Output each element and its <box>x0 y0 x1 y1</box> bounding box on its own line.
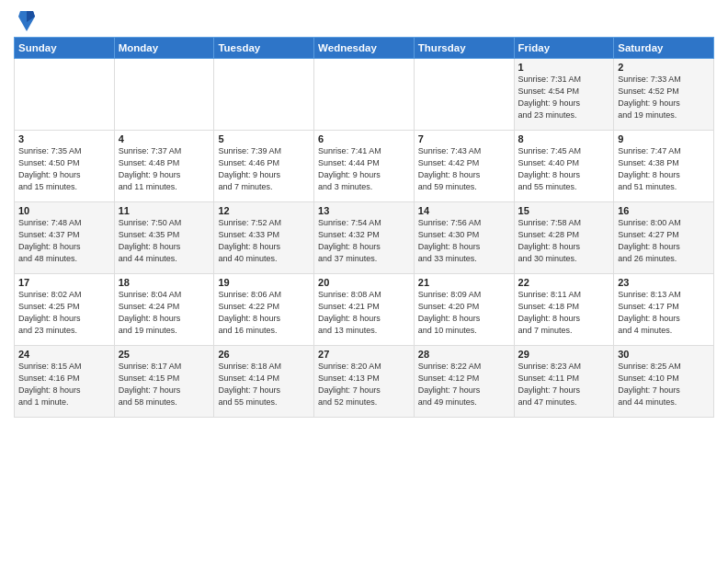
calendar-week-row: 1Sunrise: 7:31 AM Sunset: 4:54 PM Daylig… <box>15 59 714 131</box>
calendar-day-cell: 25Sunrise: 8:17 AM Sunset: 4:15 PM Dayli… <box>114 346 214 418</box>
day-info: Sunrise: 8:09 AM Sunset: 4:20 PM Dayligh… <box>418 289 510 337</box>
day-number: 3 <box>18 133 110 144</box>
day-info: Sunrise: 8:00 AM Sunset: 4:27 PM Dayligh… <box>618 217 710 265</box>
day-number: 15 <box>518 205 610 216</box>
weekday-header: Thursday <box>414 38 514 59</box>
calendar-day-cell: 12Sunrise: 7:52 AM Sunset: 4:33 PM Dayli… <box>214 202 314 274</box>
day-number: 24 <box>18 349 110 360</box>
day-number: 16 <box>618 205 710 216</box>
day-number: 20 <box>318 277 410 288</box>
calendar-week-row: 3Sunrise: 7:35 AM Sunset: 4:50 PM Daylig… <box>15 131 714 202</box>
day-number: 1 <box>518 62 610 73</box>
calendar-week-row: 17Sunrise: 8:02 AM Sunset: 4:25 PM Dayli… <box>15 274 714 346</box>
day-number: 13 <box>318 205 410 216</box>
calendar-day-cell: 7Sunrise: 7:43 AM Sunset: 4:42 PM Daylig… <box>414 131 514 202</box>
day-info: Sunrise: 7:47 AM Sunset: 4:38 PM Dayligh… <box>618 145 710 193</box>
day-number: 21 <box>418 277 510 288</box>
calendar-day-cell: 22Sunrise: 8:11 AM Sunset: 4:18 PM Dayli… <box>514 274 614 346</box>
day-number: 12 <box>218 205 310 216</box>
header <box>14 9 714 33</box>
day-number: 11 <box>119 205 210 216</box>
calendar-day-cell: 28Sunrise: 8:22 AM Sunset: 4:12 PM Dayli… <box>414 346 514 418</box>
calendar-day-cell: 19Sunrise: 8:06 AM Sunset: 4:22 PM Dayli… <box>214 274 314 346</box>
day-info: Sunrise: 8:15 AM Sunset: 4:16 PM Dayligh… <box>18 361 110 408</box>
day-number: 25 <box>119 349 210 360</box>
day-info: Sunrise: 8:11 AM Sunset: 4:18 PM Dayligh… <box>518 289 610 337</box>
calendar-day-cell: 26Sunrise: 8:18 AM Sunset: 4:14 PM Dayli… <box>214 346 314 418</box>
calendar-day-cell <box>214 59 314 131</box>
calendar-day-cell: 4Sunrise: 7:37 AM Sunset: 4:48 PM Daylig… <box>114 131 214 202</box>
day-info: Sunrise: 7:52 AM Sunset: 4:33 PM Dayligh… <box>218 217 310 265</box>
day-info: Sunrise: 7:54 AM Sunset: 4:32 PM Dayligh… <box>318 217 410 265</box>
calendar-day-cell: 1Sunrise: 7:31 AM Sunset: 4:54 PM Daylig… <box>514 59 614 131</box>
calendar-table: SundayMondayTuesdayWednesdayThursdayFrid… <box>14 37 714 418</box>
weekday-header: Saturday <box>614 38 714 59</box>
day-info: Sunrise: 8:20 AM Sunset: 4:13 PM Dayligh… <box>318 361 410 408</box>
calendar-day-cell: 15Sunrise: 7:58 AM Sunset: 4:28 PM Dayli… <box>514 202 614 274</box>
calendar-day-cell: 5Sunrise: 7:39 AM Sunset: 4:46 PM Daylig… <box>214 131 314 202</box>
day-info: Sunrise: 7:33 AM Sunset: 4:52 PM Dayligh… <box>618 74 710 121</box>
day-number: 18 <box>119 277 210 288</box>
calendar-day-cell <box>114 59 214 131</box>
calendar-day-cell <box>414 59 514 131</box>
day-number: 8 <box>518 133 610 144</box>
calendar-day-cell: 29Sunrise: 8:23 AM Sunset: 4:11 PM Dayli… <box>514 346 614 418</box>
weekday-header: Tuesday <box>214 38 314 59</box>
calendar-day-cell: 24Sunrise: 8:15 AM Sunset: 4:16 PM Dayli… <box>15 346 115 418</box>
calendar-day-cell: 8Sunrise: 7:45 AM Sunset: 4:40 PM Daylig… <box>514 131 614 202</box>
weekday-header: Wednesday <box>314 38 415 59</box>
calendar-day-cell: 27Sunrise: 8:20 AM Sunset: 4:13 PM Dayli… <box>314 346 415 418</box>
calendar-day-cell <box>314 59 415 131</box>
day-info: Sunrise: 7:39 AM Sunset: 4:46 PM Dayligh… <box>218 145 310 193</box>
calendar-day-cell: 21Sunrise: 8:09 AM Sunset: 4:20 PM Dayli… <box>414 274 514 346</box>
day-number: 23 <box>618 277 710 288</box>
calendar-day-cell: 2Sunrise: 7:33 AM Sunset: 4:52 PM Daylig… <box>614 59 714 131</box>
weekday-header: Monday <box>114 38 214 59</box>
logo-icon <box>17 9 37 33</box>
calendar-day-cell: 30Sunrise: 8:25 AM Sunset: 4:10 PM Dayli… <box>614 346 714 418</box>
page: SundayMondayTuesdayWednesdayThursdayFrid… <box>0 0 728 425</box>
day-number: 30 <box>618 349 710 360</box>
day-number: 22 <box>518 277 610 288</box>
calendar-day-cell: 13Sunrise: 7:54 AM Sunset: 4:32 PM Dayli… <box>314 202 415 274</box>
calendar-day-cell: 6Sunrise: 7:41 AM Sunset: 4:44 PM Daylig… <box>314 131 415 202</box>
calendar-header-row: SundayMondayTuesdayWednesdayThursdayFrid… <box>15 38 714 59</box>
day-info: Sunrise: 8:18 AM Sunset: 4:14 PM Dayligh… <box>218 361 310 408</box>
day-number: 17 <box>18 277 110 288</box>
day-number: 4 <box>119 133 210 144</box>
day-info: Sunrise: 8:25 AM Sunset: 4:10 PM Dayligh… <box>618 361 710 408</box>
day-number: 14 <box>418 205 510 216</box>
calendar-day-cell: 16Sunrise: 8:00 AM Sunset: 4:27 PM Dayli… <box>614 202 714 274</box>
day-number: 19 <box>218 277 310 288</box>
day-info: Sunrise: 7:43 AM Sunset: 4:42 PM Dayligh… <box>418 145 510 193</box>
day-info: Sunrise: 7:45 AM Sunset: 4:40 PM Dayligh… <box>518 145 610 193</box>
day-info: Sunrise: 8:02 AM Sunset: 4:25 PM Dayligh… <box>18 289 110 337</box>
day-info: Sunrise: 8:23 AM Sunset: 4:11 PM Dayligh… <box>518 361 610 408</box>
calendar-day-cell: 17Sunrise: 8:02 AM Sunset: 4:25 PM Dayli… <box>15 274 115 346</box>
day-info: Sunrise: 7:37 AM Sunset: 4:48 PM Dayligh… <box>119 145 210 193</box>
day-info: Sunrise: 8:04 AM Sunset: 4:24 PM Dayligh… <box>119 289 210 337</box>
day-info: Sunrise: 8:22 AM Sunset: 4:12 PM Dayligh… <box>418 361 510 408</box>
day-info: Sunrise: 7:35 AM Sunset: 4:50 PM Dayligh… <box>18 145 110 193</box>
day-info: Sunrise: 8:08 AM Sunset: 4:21 PM Dayligh… <box>318 289 410 337</box>
calendar-day-cell: 9Sunrise: 7:47 AM Sunset: 4:38 PM Daylig… <box>614 131 714 202</box>
calendar-day-cell: 11Sunrise: 7:50 AM Sunset: 4:35 PM Dayli… <box>114 202 214 274</box>
day-info: Sunrise: 7:31 AM Sunset: 4:54 PM Dayligh… <box>518 74 610 121</box>
day-number: 29 <box>518 349 610 360</box>
calendar-day-cell: 3Sunrise: 7:35 AM Sunset: 4:50 PM Daylig… <box>15 131 115 202</box>
calendar-week-row: 24Sunrise: 8:15 AM Sunset: 4:16 PM Dayli… <box>15 346 714 418</box>
calendar-day-cell: 20Sunrise: 8:08 AM Sunset: 4:21 PM Dayli… <box>314 274 415 346</box>
day-number: 27 <box>318 349 410 360</box>
day-info: Sunrise: 7:41 AM Sunset: 4:44 PM Dayligh… <box>318 145 410 193</box>
day-info: Sunrise: 8:13 AM Sunset: 4:17 PM Dayligh… <box>618 289 710 337</box>
day-number: 9 <box>618 133 710 144</box>
day-info: Sunrise: 7:48 AM Sunset: 4:37 PM Dayligh… <box>18 217 110 265</box>
calendar-day-cell: 14Sunrise: 7:56 AM Sunset: 4:30 PM Dayli… <box>414 202 514 274</box>
day-number: 10 <box>18 205 110 216</box>
day-number: 26 <box>218 349 310 360</box>
day-number: 7 <box>418 133 510 144</box>
calendar-day-cell <box>15 59 115 131</box>
weekday-header: Friday <box>514 38 614 59</box>
day-info: Sunrise: 7:56 AM Sunset: 4:30 PM Dayligh… <box>418 217 510 265</box>
day-info: Sunrise: 7:58 AM Sunset: 4:28 PM Dayligh… <box>518 217 610 265</box>
